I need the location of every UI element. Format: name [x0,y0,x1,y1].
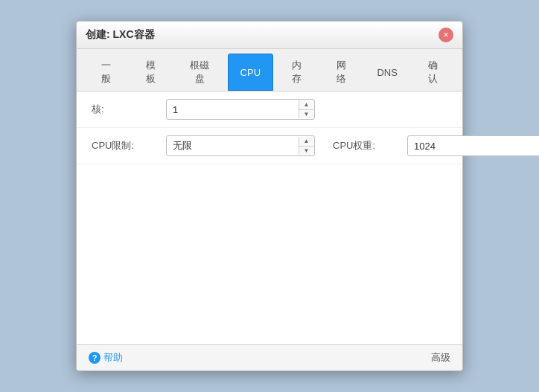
cores-row: 核: ▲ ▼ [77,91,462,128]
cores-spinner: ▲ ▼ [299,100,313,118]
cpu-limit-label: CPU限制: [92,139,166,152]
cpu-limit-spinner: ▲ ▼ [299,137,313,155]
tab-bar: 一般 模板 根磁盘 CPU 内存 网络 DNS 确认 [77,49,462,91]
dialog-header: 创建: LXC容器 × [77,22,462,49]
cores-up-arrow[interactable]: ▲ [299,100,313,110]
tab-dns[interactable]: DNS [364,54,409,91]
dialog-title: 创建: LXC容器 [86,28,155,42]
dialog-body: 核: ▲ ▼ CPU限制: ▲ ▼ CPU权重: [77,91,462,344]
tab-cpu[interactable]: CPU [228,54,273,91]
create-lxc-dialog: 创建: LXC容器 × 一般 模板 根磁盘 CPU 内存 网络 DNS 确认 核… [76,21,463,371]
cores-down-arrow[interactable]: ▼ [299,110,313,119]
cpu-settings-row: CPU限制: ▲ ▼ CPU权重: ▲ ▼ [77,128,462,164]
close-button[interactable]: × [438,28,453,42]
tab-network[interactable]: 网络 [319,54,363,91]
empty-area [77,164,462,328]
cpu-limit-input[interactable] [166,135,315,156]
advanced-button[interactable]: 高级 [431,351,450,364]
cpu-weight-wrap: ▲ ▼ [407,135,539,156]
tab-general[interactable]: 一般 [84,54,127,91]
help-button[interactable]: ? 帮助 [89,351,123,364]
tab-template[interactable]: 模板 [129,54,172,91]
cores-label: 核: [92,103,166,116]
dialog-footer: ? 帮助 高级 [77,344,462,370]
tab-confirm[interactable]: 确认 [412,54,455,91]
tab-rootdisk[interactable]: 根磁盘 [173,54,226,91]
cpu-limit-up-arrow[interactable]: ▲ [299,137,313,147]
cpu-limit-wrap: ▲ ▼ [166,135,315,156]
cpu-limit-down-arrow[interactable]: ▼ [299,147,313,155]
cpu-weight-input[interactable] [407,135,539,156]
tab-memory[interactable]: 内存 [275,54,318,91]
cores-input[interactable] [166,99,315,120]
cores-input-wrap: ▲ ▼ [166,99,315,120]
cpu-weight-label: CPU权重: [333,139,407,152]
help-label: 帮助 [103,351,123,364]
help-icon: ? [89,352,101,364]
